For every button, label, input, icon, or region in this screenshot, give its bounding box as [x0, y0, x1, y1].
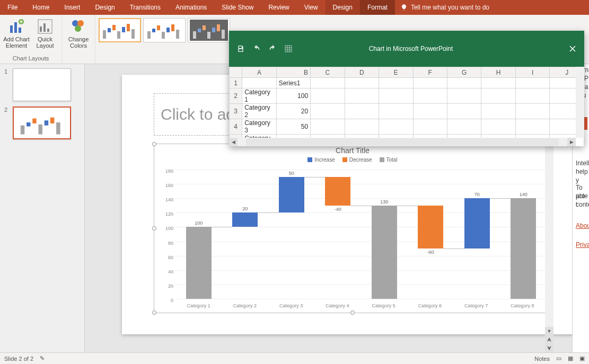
row-header[interactable]: 4 — [230, 119, 242, 135]
cell[interactable] — [481, 104, 515, 119]
col-header[interactable]: D — [345, 67, 379, 78]
chart-legend[interactable]: Increase Decrease Total — [154, 157, 551, 163]
undo-icon[interactable] — [252, 45, 261, 53]
cell[interactable] — [345, 88, 379, 104]
row-header[interactable]: 3 — [230, 104, 242, 119]
slide-thumb-2[interactable] — [13, 106, 71, 139]
cell[interactable] — [447, 119, 481, 135]
cell[interactable] — [345, 119, 379, 135]
scroll-left-button[interactable]: ◀ — [229, 138, 238, 146]
cell[interactable] — [481, 119, 515, 135]
chart-style-3[interactable] — [188, 18, 230, 42]
col-header[interactable]: A — [242, 67, 276, 78]
close-button[interactable] — [561, 41, 584, 57]
col-header[interactable]: F — [413, 67, 447, 78]
cell[interactable] — [447, 88, 481, 104]
scroll-track[interactable] — [246, 138, 559, 146]
chart-bar[interactable] — [232, 212, 258, 227]
cell[interactable] — [311, 104, 345, 119]
cell[interactable] — [481, 78, 515, 88]
chart-bar[interactable] — [418, 206, 443, 248]
col-header[interactable]: B — [276, 67, 310, 78]
change-colors-button[interactable]: Change Colors — [65, 17, 92, 53]
select-all-cell[interactable] — [230, 67, 242, 78]
chart-bar[interactable] — [511, 198, 536, 299]
col-header[interactable]: G — [447, 67, 481, 78]
quick-layout-button[interactable]: Quick Layout — [32, 17, 58, 53]
cell[interactable] — [379, 104, 413, 119]
cell[interactable] — [515, 78, 549, 88]
cell[interactable] — [515, 88, 549, 104]
cell[interactable] — [413, 119, 447, 135]
tab-file[interactable]: File — [0, 0, 25, 15]
chart-data-window[interactable]: Chart in Microsoft PowerPoint A B C D E … — [229, 31, 584, 146]
slide-thumb-1[interactable] — [13, 68, 71, 101]
next-slide-button[interactable]: ⮟ — [545, 344, 553, 352]
col-header[interactable]: H — [481, 67, 515, 78]
tab-format[interactable]: Format — [360, 0, 395, 15]
resize-handle[interactable] — [152, 310, 156, 315]
cell[interactable]: Category 3 — [242, 119, 276, 135]
tab-review[interactable]: Review — [261, 0, 296, 15]
privacy-link[interactable]: Priva — [576, 241, 589, 250]
scroll-right-button[interactable]: ▶ — [567, 138, 576, 146]
chart-style-2[interactable] — [143, 18, 186, 42]
row-header[interactable]: 2 — [230, 88, 242, 104]
tab-animations[interactable]: Animations — [168, 0, 214, 15]
cell[interactable] — [311, 119, 345, 135]
resize-handle[interactable] — [152, 142, 156, 146]
cell[interactable] — [515, 104, 549, 119]
cell[interactable]: 100 — [276, 88, 310, 104]
cell[interactable]: Category 1 — [242, 88, 276, 104]
cell[interactable] — [242, 78, 276, 88]
excel-scrollbar-horizontal[interactable]: ◀ ▶ — [229, 138, 576, 146]
cell[interactable]: Category 2 — [242, 104, 276, 119]
notes-button[interactable]: Notes — [534, 356, 550, 362]
resize-handle[interactable] — [350, 310, 355, 315]
cell[interactable]: Series1 — [276, 78, 310, 88]
cell[interactable] — [345, 104, 379, 119]
excel-grid[interactable]: A B C D E F G H I J 1Series1 2Category 1… — [229, 67, 584, 146]
cell[interactable] — [379, 88, 413, 104]
chart-style-1[interactable] — [99, 18, 141, 42]
cell[interactable] — [413, 104, 447, 119]
col-header[interactable]: I — [515, 67, 549, 78]
save-icon[interactable] — [236, 45, 245, 53]
chart-bar[interactable] — [372, 206, 397, 299]
edit-data-icon[interactable] — [284, 45, 293, 53]
cell[interactable] — [515, 119, 549, 135]
normal-view-icon[interactable]: ▭ — [556, 355, 561, 362]
tell-me[interactable]: Tell me what you want to do — [395, 0, 495, 15]
scroll-down-button[interactable]: ▼ — [545, 327, 553, 335]
tab-transitions[interactable]: Transitions — [122, 0, 168, 15]
row-header[interactable]: 1 — [230, 78, 242, 88]
tab-home[interactable]: Home — [25, 0, 57, 15]
reading-view-icon[interactable]: ▣ — [579, 355, 585, 362]
cell[interactable] — [379, 78, 413, 88]
cell[interactable] — [311, 78, 345, 88]
chart-bar[interactable] — [464, 198, 490, 248]
col-header[interactable]: C — [311, 67, 345, 78]
cell[interactable] — [345, 78, 379, 88]
tab-design[interactable]: Design — [87, 0, 122, 15]
sorter-view-icon[interactable]: ▦ — [568, 355, 573, 362]
redo-icon[interactable] — [268, 45, 277, 53]
spell-check-icon[interactable]: ✎ — [40, 355, 45, 362]
chart-bar[interactable] — [325, 177, 350, 206]
col-header[interactable]: E — [379, 67, 413, 78]
cell[interactable] — [447, 104, 481, 119]
chart-bar[interactable] — [186, 227, 212, 299]
cell[interactable] — [447, 78, 481, 88]
cell[interactable]: 50 — [276, 119, 310, 135]
resize-handle[interactable] — [152, 226, 156, 230]
chart-object[interactable]: Chart Title Increase Decrease Total 0204… — [154, 144, 551, 313]
plot-area[interactable]: 020406080100120140160180 1002050-40130-6… — [175, 170, 546, 298]
tab-slideshow[interactable]: Slide Show — [214, 0, 261, 15]
cell[interactable] — [413, 78, 447, 88]
chart-bar[interactable] — [279, 177, 304, 213]
tab-view[interactable]: View — [297, 0, 326, 15]
about-link[interactable]: Abou — [576, 222, 589, 230]
cell[interactable] — [311, 88, 345, 104]
tab-insert[interactable]: Insert — [57, 0, 87, 15]
tab-chart-design[interactable]: Design — [326, 0, 360, 15]
